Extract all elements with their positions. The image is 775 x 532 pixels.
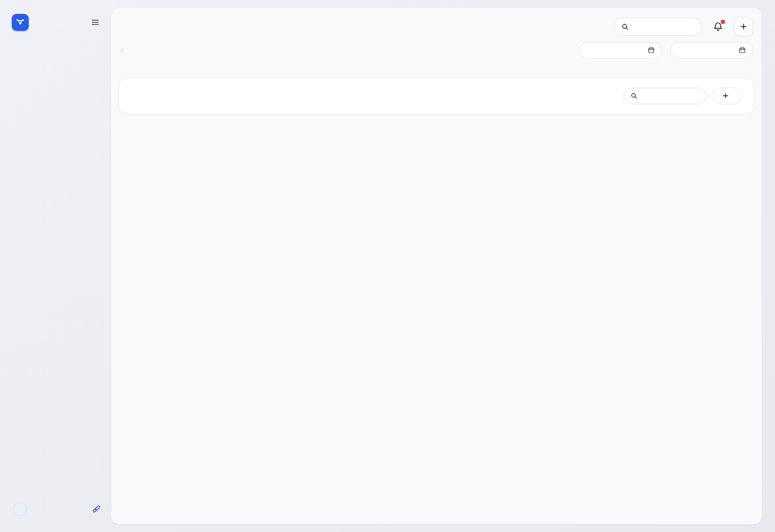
date-to-input[interactable] — [677, 46, 734, 55]
notifications-button[interactable] — [709, 18, 727, 36]
date-to-field[interactable] — [670, 42, 753, 59]
panel-header — [119, 8, 754, 41]
date-from-field[interactable] — [579, 42, 662, 59]
calendar-icon — [738, 46, 746, 54]
hamburger-menu-icon[interactable] — [90, 18, 100, 27]
search-icon — [621, 23, 629, 31]
notification-dot — [721, 20, 725, 24]
global-search[interactable] — [614, 18, 702, 36]
add-asset-button[interactable] — [713, 87, 742, 104]
portfolio-search[interactable] — [623, 88, 706, 104]
search-input[interactable] — [634, 22, 695, 31]
portfolio-search-input[interactable] — [642, 92, 699, 101]
add-new-button[interactable] — [734, 17, 753, 36]
tab-bar — [120, 48, 124, 53]
toolbar — [120, 42, 753, 59]
user-row[interactable] — [13, 502, 101, 516]
plus-icon — [739, 22, 748, 31]
main-panel — [111, 7, 762, 525]
brand-row — [0, 0, 111, 31]
date-from-input[interactable] — [586, 46, 643, 55]
theme-brush-icon[interactable] — [91, 504, 101, 514]
search-icon — [630, 92, 638, 99]
aura-logo-icon — [12, 14, 29, 31]
calendar-icon — [647, 46, 655, 54]
plus-icon — [722, 92, 729, 99]
sidebar — [0, 0, 111, 532]
avatar — [13, 502, 27, 516]
portfolio-card — [119, 77, 754, 114]
